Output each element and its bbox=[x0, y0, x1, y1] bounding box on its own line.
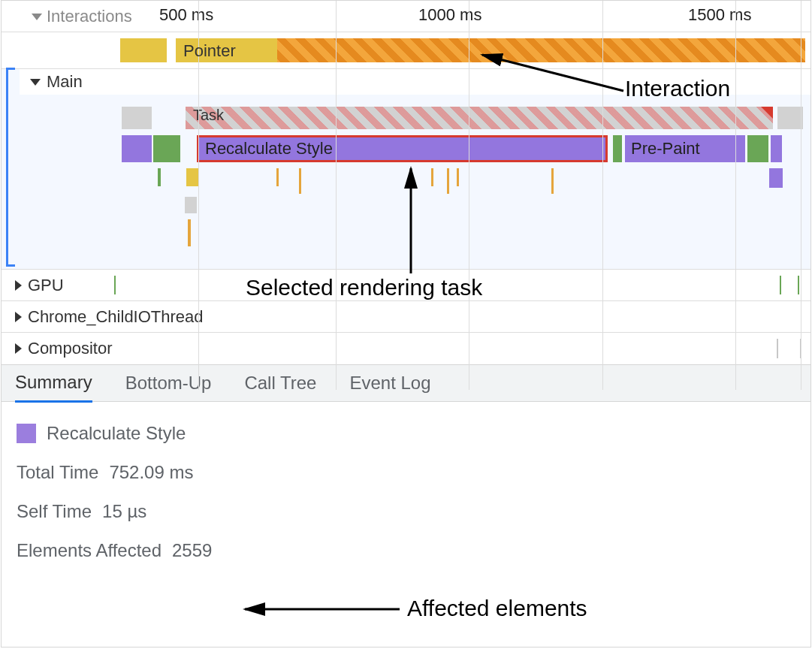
recalculate-style-block[interactable]: Recalculate Style bbox=[197, 135, 608, 162]
annotation-arrow-icon bbox=[239, 601, 404, 617]
flame-chip bbox=[457, 168, 459, 186]
details-tab-strip: Summary Bottom-Up Call Tree Event Log bbox=[2, 364, 810, 402]
summary-label: Total Time bbox=[17, 462, 98, 483]
childio-track-label: Chrome_ChildIOThread bbox=[28, 307, 204, 327]
summary-value-elements-affected: 2559 bbox=[172, 540, 212, 561]
main-label-text: Main bbox=[47, 72, 83, 92]
style-block[interactable] bbox=[771, 135, 782, 162]
annotation-interaction: Interaction bbox=[625, 76, 730, 101]
ruler-tick: 1500 ms bbox=[688, 5, 751, 25]
flame-chip bbox=[447, 168, 449, 194]
flame-chip bbox=[431, 168, 433, 186]
summary-value: 15 µs bbox=[102, 501, 146, 522]
pre-paint-block[interactable]: Pre-Paint bbox=[625, 135, 745, 162]
interactions-label: Interactions bbox=[47, 7, 132, 26]
task-block[interactable] bbox=[122, 107, 152, 129]
flame-chip bbox=[798, 276, 799, 294]
interactions-section-toggle[interactable]: Interactions bbox=[32, 7, 132, 26]
annotation-arrow-icon bbox=[473, 46, 631, 98]
annotation-arrow-icon bbox=[403, 162, 418, 275]
chevron-down-icon bbox=[32, 14, 42, 20]
flame-chip bbox=[777, 339, 778, 358]
paint-block[interactable] bbox=[747, 135, 768, 162]
recalculate-style-label: Recalculate Style bbox=[199, 139, 333, 158]
long-task-warning-icon bbox=[761, 107, 773, 119]
flame-chip bbox=[114, 276, 116, 294]
chevron-right-icon bbox=[15, 280, 22, 291]
flame-chip bbox=[276, 168, 279, 186]
paint-block[interactable] bbox=[153, 135, 180, 162]
flame-chip bbox=[780, 276, 781, 294]
pre-paint-label: Pre-Paint bbox=[625, 139, 700, 158]
chevron-right-icon bbox=[15, 343, 22, 354]
gpu-track-label: GPU bbox=[28, 276, 64, 295]
main-thread-bracket bbox=[6, 68, 15, 267]
flame-chip bbox=[188, 219, 191, 246]
annotation-affected-elements: Affected elements bbox=[407, 596, 587, 621]
flame-chip bbox=[158, 168, 161, 186]
event-color-swatch bbox=[17, 424, 36, 443]
flame-chip bbox=[769, 168, 783, 188]
ruler-tick: 1000 ms bbox=[418, 5, 481, 25]
childio-track-toggle[interactable]: Chrome_ChildIOThread bbox=[2, 301, 810, 333]
svg-line-0 bbox=[482, 55, 623, 91]
task-block[interactable] bbox=[777, 107, 803, 129]
summary-event-name: Recalculate Style bbox=[47, 423, 186, 444]
style-block[interactable] bbox=[122, 135, 152, 162]
paint-block[interactable] bbox=[613, 135, 622, 162]
tab-summary[interactable]: Summary bbox=[15, 364, 92, 403]
summary-label: Self Time bbox=[17, 501, 92, 522]
flame-chip bbox=[551, 168, 554, 194]
summary-value: 752.09 ms bbox=[109, 462, 193, 483]
summary-label: Elements Affected bbox=[17, 540, 161, 561]
task-label: Task bbox=[186, 107, 224, 123]
chevron-right-icon bbox=[15, 312, 22, 322]
compositor-track-label: Compositor bbox=[28, 339, 112, 358]
flame-chip bbox=[299, 168, 301, 194]
interaction-input-delay[interactable] bbox=[120, 38, 167, 62]
ruler-tick: 500 ms bbox=[159, 5, 213, 25]
long-task-block[interactable]: Task bbox=[186, 107, 773, 129]
chevron-down-icon bbox=[30, 79, 41, 86]
tab-event-log[interactable]: Event Log bbox=[349, 365, 430, 401]
flame-chip bbox=[186, 168, 198, 186]
tab-call-tree[interactable]: Call Tree bbox=[244, 365, 316, 401]
annotation-selected-task: Selected rendering task bbox=[246, 275, 482, 300]
flame-chip bbox=[185, 197, 197, 213]
compositor-track-toggle[interactable]: Compositor bbox=[2, 333, 810, 364]
